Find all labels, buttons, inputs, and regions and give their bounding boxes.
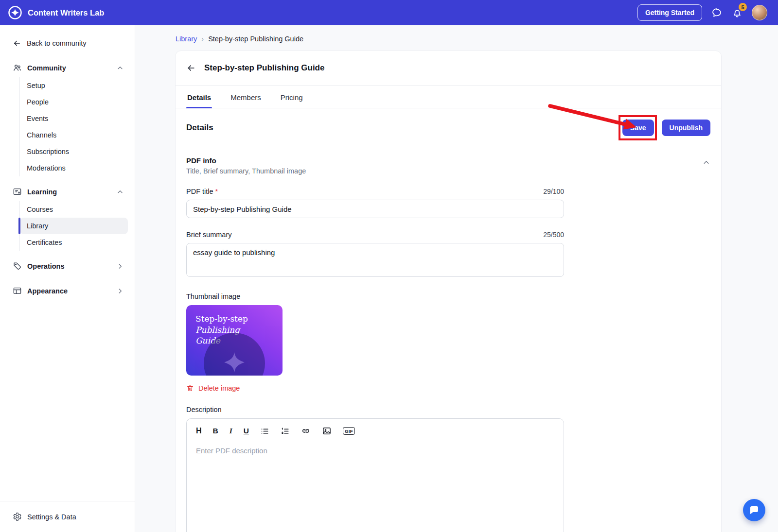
thumbnail-image: Step-by-step Publishing Guide (186, 305, 283, 376)
pdf-title-input[interactable] (186, 200, 564, 218)
pdf-title-label: PDF title* (186, 188, 218, 195)
insert-image-button[interactable] (322, 426, 332, 436)
main-content: Library › Step-by-step Publishing Guide … (135, 25, 778, 532)
learning-subnav: Courses Library Certificates (19, 201, 128, 251)
sidebar-section-learning[interactable]: Learning (0, 182, 135, 201)
chevron-right-icon (116, 287, 124, 295)
breadcrumb: Library › Step-by-step Publishing Guide (176, 35, 778, 43)
learning-icon (13, 187, 22, 196)
getting-started-button[interactable]: Getting Started (637, 4, 702, 21)
trash-icon (186, 384, 194, 392)
description-editor[interactable]: H B I U (186, 418, 564, 532)
gear-icon (13, 512, 22, 521)
bold-button[interactable]: B (213, 427, 218, 435)
tab-details[interactable]: Details (186, 86, 212, 108)
link-button[interactable] (301, 426, 311, 436)
description-label: Description (186, 406, 710, 413)
breadcrumb-separator: › (201, 35, 204, 43)
heading-format-button[interactable]: H (196, 427, 202, 435)
thumbnail-label: Thumbnail image (186, 292, 710, 300)
community-subnav: Setup People Events Channels Subscriptio… (19, 77, 128, 176)
settings-and-data[interactable]: Settings & Data (0, 501, 135, 532)
details-section-heading: Details (186, 123, 213, 133)
brand: Content Writers Lab (8, 5, 104, 20)
bullet-list-button[interactable] (260, 427, 269, 436)
back-arrow-icon[interactable] (186, 63, 196, 73)
notification-count-badge: 5 (739, 3, 747, 11)
appearance-label: Appearance (27, 287, 68, 295)
sidebar-item-people[interactable]: People (20, 94, 128, 110)
collapse-section-chevron-icon[interactable] (702, 156, 710, 167)
sidebar-item-courses[interactable]: Courses (20, 201, 128, 218)
pdf-detail-card: Step-by-step Publishing Guide Details Me… (175, 51, 722, 532)
sidebar-item-events[interactable]: Events (20, 110, 128, 127)
sidebar-item-certificates[interactable]: Certificates (20, 234, 128, 251)
sidebar-section-operations[interactable]: Operations (0, 257, 135, 275)
support-chat-button[interactable] (743, 499, 765, 521)
chevron-up-icon (116, 64, 124, 72)
sidebar-item-setup[interactable]: Setup (20, 77, 128, 94)
tab-pricing[interactable]: Pricing (280, 86, 304, 108)
brief-summary-label: Brief summary (186, 231, 231, 239)
page-title: Step-by-step Publishing Guide (204, 63, 324, 73)
sidebar-item-library[interactable]: Library (20, 218, 128, 234)
back-arrow-icon (13, 39, 21, 48)
required-asterisk: * (215, 188, 218, 195)
learning-label: Learning (27, 188, 57, 196)
tab-bar: Details Members Pricing (176, 86, 721, 108)
pdf-info-heading: PDF info (186, 156, 306, 165)
delete-image-label: Delete image (198, 384, 240, 392)
save-button[interactable]: Save (622, 120, 654, 136)
sidebar: Back to community Community Setup People… (0, 25, 135, 532)
sidebar-item-subscriptions[interactable]: Subscriptions (20, 143, 128, 160)
brief-summary-textarea[interactable]: essay guide to publishing (186, 243, 564, 277)
avatar[interactable] (752, 5, 767, 20)
delete-image-button[interactable]: Delete image (186, 384, 240, 392)
sidebar-item-moderations[interactable]: Moderations (20, 160, 128, 176)
underline-button[interactable]: U (244, 427, 249, 435)
operations-label: Operations (27, 262, 65, 270)
brief-summary-counter: 25/500 (543, 231, 564, 239)
sidebar-section-community[interactable]: Community (0, 58, 135, 77)
community-label: Community (27, 64, 66, 72)
top-bar: Content Writers Lab Getting Started 5 (0, 0, 778, 25)
chat-bubble-icon (748, 504, 760, 516)
italic-button[interactable]: I (230, 427, 232, 435)
brand-name: Content Writers Lab (28, 8, 104, 17)
chevron-right-icon (116, 262, 124, 270)
notifications-bell-icon[interactable]: 5 (731, 7, 743, 18)
sidebar-item-channels[interactable]: Channels (20, 127, 128, 143)
unpublish-button[interactable]: Unpublish (662, 120, 710, 136)
messages-icon[interactable] (711, 7, 723, 18)
editor-toolbar: H B I U (187, 419, 564, 441)
operations-icon (13, 261, 22, 271)
brand-logo-icon (8, 5, 22, 20)
description-placeholder: Enter PDF description (187, 441, 564, 461)
breadcrumb-current: Step-by-step Publishing Guide (208, 35, 303, 43)
back-to-community-label: Back to community (27, 39, 87, 47)
gif-button[interactable]: GIF (343, 427, 355, 435)
community-icon (13, 63, 22, 72)
back-to-community-link[interactable]: Back to community (0, 25, 135, 52)
settings-and-data-label: Settings & Data (27, 513, 76, 521)
sidebar-section-appearance[interactable]: Appearance (0, 281, 135, 300)
breadcrumb-library-link[interactable]: Library (176, 35, 197, 43)
numbered-list-button[interactable] (281, 427, 290, 436)
tab-members[interactable]: Members (230, 86, 262, 108)
pdf-info-subheading: Title, Brief summary, Thumbnail image (186, 167, 306, 175)
pdf-title-counter: 29/100 (543, 188, 564, 195)
chevron-up-icon (116, 188, 124, 196)
appearance-icon (13, 286, 22, 295)
